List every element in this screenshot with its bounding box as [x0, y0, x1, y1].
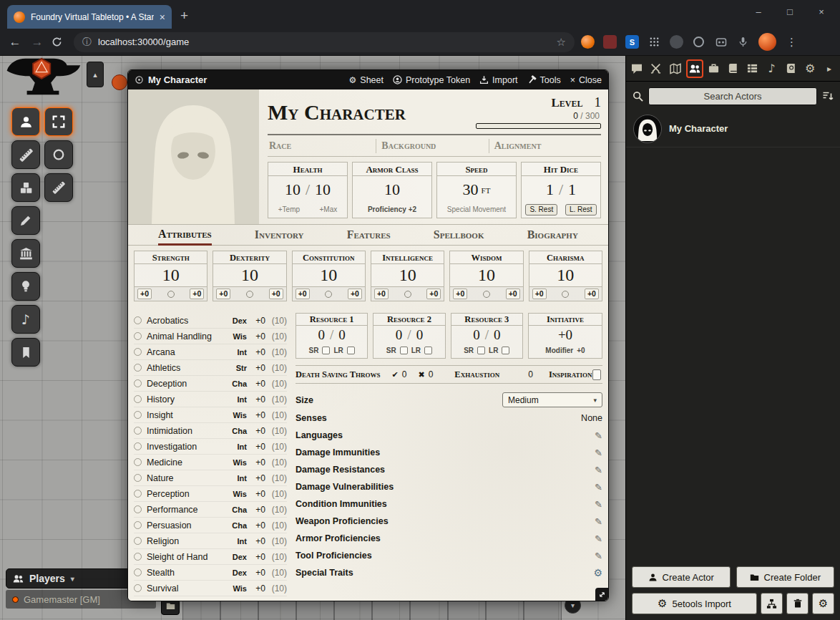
skill-name[interactable]: Performance: [147, 505, 228, 515]
ability-score[interactable]: 10: [135, 264, 207, 286]
tile-controls-button[interactable]: [11, 173, 40, 202]
skill-name[interactable]: Animal Handling: [147, 331, 228, 342]
ability-box[interactable]: Charisma 10 +0 +0: [529, 251, 602, 301]
skill-name[interactable]: Survival: [147, 583, 228, 594]
save-proficiency-toggle[interactable]: [246, 291, 253, 298]
race-field[interactable]: Race: [268, 139, 376, 153]
folder-tree-button[interactable]: [761, 593, 783, 614]
edit-icon[interactable]: ✎: [595, 430, 602, 441]
skill-row[interactable]: Religion Int +0 (10): [134, 533, 287, 549]
exhaustion-value[interactable]: 0: [528, 369, 533, 379]
skill-name[interactable]: Arcana: [147, 347, 228, 357]
skill-row[interactable]: Medicine Wis +0 (10): [134, 455, 287, 470]
tab-combat[interactable]: [648, 59, 665, 78]
lr-checkbox[interactable]: [424, 347, 432, 354]
ability-score[interactable]: 10: [371, 264, 444, 286]
lighting-controls-button[interactable]: [11, 272, 40, 301]
skill-name[interactable]: Perception: [147, 489, 228, 499]
health-box[interactable]: Health 10 / 10 +Temp +Max: [268, 162, 348, 218]
minimize-button[interactable]: –: [743, 1, 774, 23]
initiative-box[interactable]: Initiative +0 Modifier +0: [528, 313, 602, 359]
skill-row[interactable]: Athletics Str +0 (10): [134, 360, 287, 376]
hit-dice-box[interactable]: Hit Dice 1 / 1 S. Rest L. Rest: [521, 162, 601, 218]
resource-current[interactable]: 0: [396, 327, 403, 343]
actor-list-item[interactable]: My Character: [626, 110, 840, 147]
tab-tables[interactable]: [743, 59, 761, 78]
speed-value[interactable]: 30: [463, 180, 479, 199]
skill-name[interactable]: Deception: [147, 379, 228, 389]
close-sheet-button[interactable]: × Close: [570, 75, 602, 85]
5etools-import-button[interactable]: ⚙ 5etools Import: [632, 593, 757, 614]
skill-proficiency-toggle[interactable]: [134, 505, 142, 513]
skill-row[interactable]: Persuasion Cha +0 (10): [134, 518, 287, 533]
reload-button[interactable]: [52, 37, 67, 47]
skill-proficiency-toggle[interactable]: [134, 521, 142, 529]
save-proficiency-toggle[interactable]: [562, 291, 569, 298]
skill-name[interactable]: Sleight of Hand: [147, 552, 228, 562]
ruler-tool-button[interactable]: [44, 173, 73, 202]
mic-extension-icon[interactable]: [736, 35, 750, 49]
skill-proficiency-toggle[interactable]: [134, 584, 142, 592]
skill-row[interactable]: Stealth Dex +0 (10): [134, 565, 287, 581]
tab-scenes[interactable]: [667, 59, 684, 78]
resource-max[interactable]: 0: [338, 327, 346, 343]
tab-features[interactable]: Features: [347, 226, 391, 244]
select-tool-button[interactable]: [44, 107, 73, 136]
skill-row[interactable]: Arcana Int +0 (10): [134, 344, 287, 360]
site-info-icon[interactable]: ⓘ: [82, 36, 92, 49]
skill-row[interactable]: Acrobatics Dex +0 (10): [134, 313, 287, 329]
size-select[interactable]: Medium ▾: [502, 392, 602, 407]
new-tab-button[interactable]: +: [180, 8, 188, 24]
tab-inventory[interactable]: Inventory: [255, 226, 304, 244]
skill-row[interactable]: Nature Int +0 (10): [134, 470, 287, 486]
skill-name[interactable]: Nature: [147, 473, 228, 483]
skill-proficiency-toggle[interactable]: [134, 348, 142, 356]
resource-box[interactable]: Resource 3 0 / 0 SR LR: [451, 313, 523, 359]
skill-proficiency-toggle[interactable]: [134, 427, 142, 435]
skill-proficiency-toggle[interactable]: [134, 458, 142, 466]
background-field[interactable]: Background: [376, 139, 488, 153]
ability-box[interactable]: Strength 10 +0 +0: [134, 251, 207, 301]
save-proficiency-toggle[interactable]: [325, 291, 332, 298]
skill-row[interactable]: Intimidation Cha +0 (10): [134, 423, 287, 439]
ability-score[interactable]: 10: [293, 264, 365, 286]
bookmark-star-icon[interactable]: ☆: [557, 36, 566, 49]
save-proficiency-toggle[interactable]: [167, 291, 175, 298]
skill-proficiency-toggle[interactable]: [134, 364, 142, 372]
resource-title[interactable]: Resource 3: [451, 314, 522, 326]
tab-items[interactable]: [705, 59, 723, 78]
actor-avatar[interactable]: [633, 115, 662, 143]
skill-row[interactable]: Animal Handling Wis +0 (10): [134, 329, 287, 344]
sr-checkbox[interactable]: [322, 347, 330, 354]
sr-checkbox[interactable]: [477, 347, 485, 354]
skill-proficiency-toggle[interactable]: [134, 411, 142, 419]
settings-button[interactable]: ⚙: [812, 593, 834, 614]
armor-class-box[interactable]: Armor Class 10 Proficiency +2: [352, 162, 432, 218]
close-window-button[interactable]: ×: [806, 1, 837, 23]
resource-box[interactable]: Resource 2 0 / 0 SR LR: [373, 313, 445, 359]
delete-button[interactable]: [786, 593, 809, 614]
ability-box[interactable]: Dexterity 10 +0 +0: [213, 251, 286, 301]
skill-row[interactable]: History Int +0 (10): [134, 392, 287, 407]
actor-name[interactable]: My Character: [669, 123, 728, 134]
skill-name[interactable]: History: [147, 394, 228, 405]
edit-icon[interactable]: ✎: [595, 499, 602, 510]
tab-chat[interactable]: [628, 59, 645, 78]
experience-points[interactable]: 0 / 300: [476, 111, 600, 121]
extension-icon[interactable]: [670, 35, 683, 49]
speed-box[interactable]: Speed 30 ft Special Movement: [436, 162, 517, 218]
skill-proficiency-toggle[interactable]: [134, 553, 142, 561]
skill-proficiency-toggle[interactable]: [134, 395, 142, 403]
special-movement-button[interactable]: Special Movement: [447, 205, 506, 213]
skill-row[interactable]: Survival Wis +0 (10): [134, 581, 287, 596]
resource-max[interactable]: 0: [416, 327, 424, 343]
wall-controls-button[interactable]: [11, 239, 40, 268]
window-header[interactable]: My Character ⚙ Sheet Prototype Token Imp…: [128, 70, 608, 89]
import-button[interactable]: Import: [479, 75, 517, 85]
tab-close-icon[interactable]: ×: [160, 12, 165, 22]
death-success-icon[interactable]: ✔: [392, 370, 399, 379]
back-button[interactable]: ←: [7, 35, 23, 49]
create-actor-button[interactable]: Create Actor: [632, 566, 731, 588]
skill-name[interactable]: Investigation: [147, 442, 228, 452]
sr-checkbox[interactable]: [400, 347, 408, 354]
